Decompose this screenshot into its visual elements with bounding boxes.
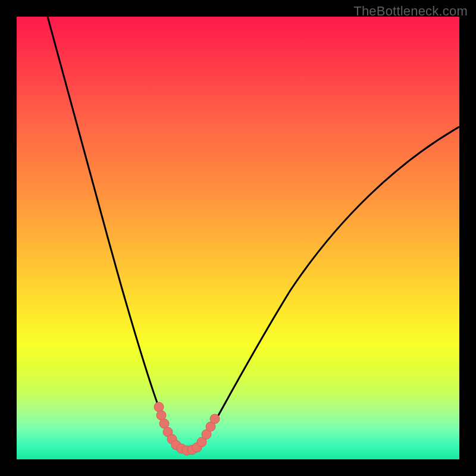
annotation-dots-left	[154, 402, 177, 444]
annotation-dots-right	[197, 414, 220, 447]
chart-frame: TheBottleneck.com	[0, 0, 476, 476]
curve-right-branch	[202, 127, 459, 444]
svg-point-0	[154, 402, 164, 412]
svg-point-13	[210, 414, 220, 424]
curve-left-branch	[48, 17, 176, 445]
bottleneck-curve-svg	[17, 17, 459, 459]
chart-plot-area	[17, 17, 459, 459]
